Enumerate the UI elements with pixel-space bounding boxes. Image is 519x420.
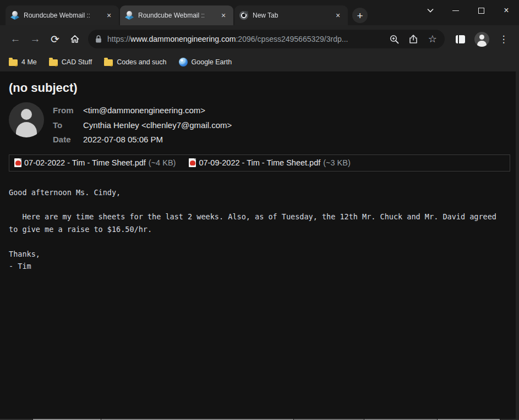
attachment-link[interactable]: 07-02-2022 - Tim - Time Sheet.pdf (~4 KB… bbox=[14, 158, 176, 167]
attachment-size: (~4 KB) bbox=[149, 158, 176, 167]
from-value: <tim@dammonengineering.com> bbox=[83, 103, 205, 118]
to-value: Cynthia Henley <clhenley7@gmail.com> bbox=[83, 118, 232, 133]
url-scheme: https:// bbox=[107, 35, 130, 43]
attachment-size: (~3 KB) bbox=[323, 158, 351, 167]
tab-roundcube-2-active[interactable]: Roundcube Webmail :: × bbox=[120, 5, 233, 25]
message-view: (no subject) From <tim@dammonengineering… bbox=[0, 71, 519, 420]
roundcube-favicon-icon bbox=[125, 11, 134, 20]
close-icon: × bbox=[504, 6, 509, 15]
message-header: From <tim@dammonengineering.com> To Cynt… bbox=[9, 102, 510, 147]
header-row-from: From <tim@dammonengineering.com> bbox=[53, 103, 232, 118]
header-rows: From <tim@dammonengineering.com> To Cynt… bbox=[53, 102, 232, 147]
zoom-icon[interactable] bbox=[389, 34, 400, 45]
bookmark-folder-cad-stuff[interactable]: CAD Stuff bbox=[49, 58, 92, 66]
header-row-to: To Cynthia Henley <clhenley7@gmail.com> bbox=[53, 118, 232, 133]
bookmark-google-earth[interactable]: Google Earth bbox=[179, 58, 232, 67]
from-label: From bbox=[53, 103, 83, 118]
maximize-button[interactable] bbox=[468, 2, 494, 19]
bookmark-label: 4 Me bbox=[21, 58, 37, 66]
home-button[interactable] bbox=[65, 29, 85, 49]
bookmark-folder-4-me[interactable]: 4 Me bbox=[9, 58, 37, 66]
chrome-favicon-icon bbox=[239, 11, 248, 20]
lock-icon bbox=[95, 35, 102, 43]
share-icon[interactable] bbox=[408, 34, 419, 44]
bookmark-folder-codes-and-such[interactable]: Codes and such bbox=[104, 58, 166, 66]
url-path: :2096/cpsess2495665329/3rdp... bbox=[236, 35, 348, 43]
folder-icon bbox=[49, 59, 58, 66]
omnibox-icons: ☆ bbox=[389, 34, 438, 45]
side-panel-icon bbox=[456, 35, 465, 43]
forward-button[interactable]: → bbox=[25, 29, 45, 49]
tab-new-tab[interactable]: New Tab × bbox=[234, 5, 348, 25]
attachment-name[interactable]: 07-09-2022 - Tim - Time Sheet.pdf bbox=[199, 158, 320, 167]
url-text: https://www.dammonengineering.com:2096/c… bbox=[107, 35, 348, 43]
pdf-file-icon bbox=[14, 158, 21, 167]
date-label: Date bbox=[53, 132, 83, 147]
browser-menu-button[interactable]: ⋮ bbox=[494, 29, 513, 49]
message-body: Good afternoon Ms. Cindy, Here are my ti… bbox=[9, 186, 510, 273]
browser-toolbar: ← → ⟳ https://www.dammonengineering.com:… bbox=[0, 25, 519, 53]
tab-close-icon[interactable]: × bbox=[333, 10, 343, 20]
attachment-name[interactable]: 07-02-2022 - Tim - Time Sheet.pdf bbox=[24, 158, 146, 167]
url-host: www.dammonengineering.com bbox=[130, 35, 236, 43]
minimize-button[interactable] bbox=[443, 2, 468, 19]
bookmark-label: Google Earth bbox=[192, 58, 232, 66]
tab-close-icon[interactable]: × bbox=[218, 10, 228, 20]
attachment-link[interactable]: 07-09-2022 - Tim - Time Sheet.pdf (~3 KB… bbox=[189, 158, 350, 167]
new-tab-button[interactable]: + bbox=[352, 8, 368, 23]
toolbar-right: ⋮ bbox=[450, 29, 513, 49]
folder-icon bbox=[104, 59, 113, 66]
tab-title: New Tab bbox=[253, 12, 329, 19]
bookmark-label: CAD Stuff bbox=[62, 58, 92, 66]
tab-title: Roundcube Webmail :: bbox=[138, 12, 214, 19]
google-earth-icon bbox=[179, 58, 188, 67]
refresh-button[interactable]: ⟳ bbox=[45, 29, 65, 49]
tab-close-icon[interactable]: × bbox=[104, 10, 114, 20]
date-value: 2022-07-08 05:06 PM bbox=[83, 132, 163, 147]
home-icon bbox=[69, 34, 80, 45]
sender-avatar bbox=[9, 102, 44, 137]
close-window-button[interactable]: × bbox=[494, 2, 519, 19]
back-button[interactable]: ← bbox=[6, 29, 25, 49]
vertical-scrollbar[interactable] bbox=[516, 71, 519, 419]
to-label: To bbox=[53, 118, 83, 133]
attachments-bar: 07-02-2022 - Tim - Time Sheet.pdf (~4 KB… bbox=[9, 154, 510, 172]
side-panel-button[interactable] bbox=[450, 29, 470, 49]
profile-avatar-button[interactable] bbox=[474, 32, 489, 47]
bookmark-star-icon[interactable]: ☆ bbox=[428, 34, 437, 44]
folder-icon bbox=[9, 59, 18, 66]
bookmarks-bar: 4 Me CAD Stuff Codes and such Google Ear… bbox=[0, 53, 519, 71]
minimize-icon bbox=[452, 10, 459, 11]
maximize-icon bbox=[478, 8, 484, 14]
header-row-date: Date 2022-07-08 05:06 PM bbox=[53, 132, 232, 147]
tab-title: Roundcube Webmail :: bbox=[24, 12, 100, 19]
tab-strip: Roundcube Webmail :: × Roundcube Webmail… bbox=[0, 0, 519, 25]
tab-roundcube-1[interactable]: Roundcube Webmail :: × bbox=[6, 5, 119, 25]
roundcube-favicon-icon bbox=[10, 11, 19, 20]
window-controls: × bbox=[418, 2, 519, 19]
tab-search-chevron-icon[interactable] bbox=[418, 2, 443, 19]
bookmark-label: Codes and such bbox=[117, 58, 166, 66]
pdf-file-icon bbox=[189, 158, 196, 167]
message-subject: (no subject) bbox=[9, 81, 510, 95]
address-bar[interactable]: https://www.dammonengineering.com:2096/c… bbox=[88, 30, 445, 48]
browser-window: Roundcube Webmail :: × Roundcube Webmail… bbox=[0, 0, 519, 420]
